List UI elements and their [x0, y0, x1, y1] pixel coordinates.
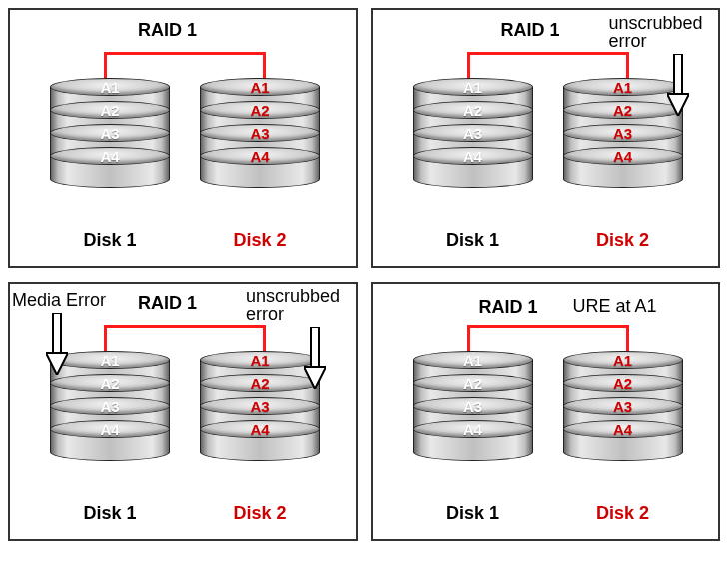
disk-label: Disk 1	[413, 503, 533, 524]
disk-platter: A4	[200, 147, 320, 179]
disk-stack: A1 A2 A3 A4	[413, 78, 533, 179]
raid-label: RAID 1	[138, 293, 197, 314]
platter-label: A4	[563, 147, 683, 165]
platter-label: A3	[200, 397, 320, 415]
platter-label: A1	[200, 78, 320, 96]
disk-platter: A4	[563, 420, 683, 452]
platter-label: A3	[50, 124, 170, 142]
svg-marker-1	[667, 94, 689, 116]
disk-platter: A4	[50, 147, 170, 179]
platter-label: A3	[563, 124, 683, 142]
svg-marker-5	[304, 367, 326, 389]
platter-label: A4	[413, 147, 533, 165]
platter-label: A3	[50, 397, 170, 415]
disk-label: Disk 1	[50, 503, 170, 524]
platter-label: A3	[413, 124, 533, 142]
platter-label: A1	[563, 351, 683, 369]
disk-stack: A1 A2 A3 A4	[413, 351, 533, 452]
platter-label: A1	[200, 351, 320, 369]
annotation-text: unscrubbederror	[609, 14, 703, 50]
platter-label: A2	[200, 101, 320, 119]
error-arrow-icon	[46, 313, 68, 375]
error-arrow-icon	[667, 54, 689, 116]
raid-label: RAID 1	[138, 20, 197, 41]
svg-rect-0	[674, 54, 682, 94]
annotation-text: Media Error	[12, 291, 106, 309]
svg-rect-2	[53, 313, 61, 353]
platter-label: A4	[413, 420, 533, 438]
platter-label: A3	[563, 397, 683, 415]
disk-stack: A1 A2 A3 A4	[200, 78, 320, 179]
disk-label: Disk 2	[200, 230, 320, 251]
raid-label: RAID 1	[479, 297, 538, 318]
platter-label: A4	[50, 420, 170, 438]
platter-label: A2	[563, 374, 683, 392]
disk-stack: A1 A2 A3 A4	[50, 351, 170, 452]
disk-label: Disk 2	[563, 230, 683, 251]
platter-label: A2	[563, 101, 683, 119]
platter-label: A4	[200, 420, 320, 438]
disk-label: Disk 1	[50, 230, 170, 251]
disk-platter: A4	[50, 420, 170, 452]
disk-stack: A1 A2 A3 A4	[200, 351, 320, 452]
platter-label: A2	[200, 374, 320, 392]
diagram-grid: RAID 1 A1 A2 A3 A4Disk 1 A1 A2	[8, 8, 720, 541]
platter-label: A1	[50, 351, 170, 369]
disk-platter: A4	[563, 147, 683, 179]
disk-label: Disk 2	[200, 503, 320, 524]
platter-label: A1	[50, 78, 170, 96]
svg-marker-3	[46, 353, 68, 375]
platter-label: A3	[413, 397, 533, 415]
raid-panel: RAID 1 A1 A2 A3 A4Disk 1 A1 A2	[8, 8, 358, 268]
raid-label: RAID 1	[501, 20, 560, 41]
disk-platter: A4	[413, 420, 533, 452]
platter-label: A1	[563, 78, 683, 96]
disk-label: Disk 1	[413, 230, 533, 251]
disk-stack: A1 A2 A3 A4	[563, 351, 683, 452]
disk-label: Disk 2	[563, 503, 683, 524]
svg-rect-4	[311, 327, 319, 367]
platter-label: A2	[50, 101, 170, 119]
error-arrow-icon	[304, 327, 326, 389]
platter-label: A3	[200, 124, 320, 142]
platter-label: A2	[50, 374, 170, 392]
disk-platter: A4	[413, 147, 533, 179]
platter-label: A4	[200, 147, 320, 165]
annotation-text: unscrubbederror	[246, 287, 340, 323]
annotation-text: URE at A1	[573, 297, 657, 315]
raid-panel: RAID 1unscrubbederror A1 A2 A3 A4Disk 1 …	[371, 8, 721, 268]
platter-label: A1	[413, 351, 533, 369]
disk-stack: A1 A2 A3 A4	[563, 78, 683, 179]
disk-stack: A1 A2 A3 A4	[50, 78, 170, 179]
platter-label: A2	[413, 101, 533, 119]
platter-label: A4	[563, 420, 683, 438]
platter-label: A2	[413, 374, 533, 392]
raid-panel: RAID 1URE at A1 A1 A2 A3 A4Disk 1 A1 A	[371, 282, 721, 541]
platter-label: A4	[50, 147, 170, 165]
raid-panel: RAID 1Media Errorunscrubbederror A1 A2 A…	[8, 282, 358, 541]
platter-label: A1	[413, 78, 533, 96]
disk-platter: A4	[200, 420, 320, 452]
